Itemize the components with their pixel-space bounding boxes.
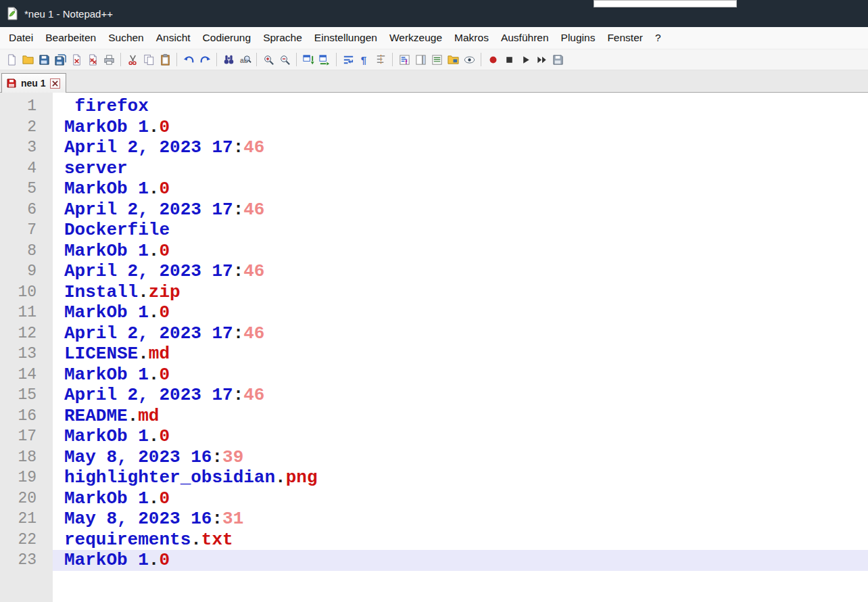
- sync-horizontal-icon[interactable]: [317, 52, 333, 68]
- document-list-icon[interactable]: [429, 52, 445, 68]
- menu-item-einstellungen[interactable]: Einstellungen: [308, 28, 383, 47]
- line-number[interactable]: 11: [0, 302, 53, 323]
- line-number[interactable]: 16: [0, 406, 53, 427]
- toolbar: ab¶f: [0, 49, 868, 70]
- menu-item-makros[interactable]: Makros: [448, 28, 495, 47]
- text-segment: .: [149, 241, 160, 261]
- line-number[interactable]: 12: [0, 323, 53, 344]
- line-text[interactable]: highlighter_obsidian.png: [53, 467, 868, 488]
- macro-save-icon[interactable]: [550, 52, 566, 68]
- line-number[interactable]: 6: [0, 200, 53, 221]
- zoom-out-icon[interactable]: [277, 52, 293, 68]
- line-number[interactable]: 10: [0, 282, 53, 303]
- redo-icon[interactable]: [197, 52, 213, 68]
- line-text[interactable]: April 2, 2023 17:46: [53, 385, 868, 406]
- line-number[interactable]: 5: [0, 179, 53, 200]
- line-number[interactable]: 21: [0, 509, 53, 530]
- text-segment: zip: [149, 282, 180, 302]
- macro-record-icon[interactable]: [485, 52, 501, 68]
- line-number[interactable]: 19: [0, 467, 53, 488]
- line-number[interactable]: 7: [0, 220, 53, 241]
- line-number[interactable]: 2: [0, 117, 53, 138]
- line-text[interactable]: MarkOb 1.0: [53, 241, 868, 262]
- menu-item-suchen[interactable]: Suchen: [102, 28, 150, 47]
- paste-icon[interactable]: [158, 52, 173, 68]
- text-segment: :: [233, 323, 244, 344]
- line-text[interactable]: MarkOb 1.0: [53, 426, 868, 447]
- editor[interactable]: 1 firefox2MarkOb 1.03April 2, 2023 17:46…: [0, 93, 868, 602]
- line-text[interactable]: May 8, 2023 16:31: [53, 509, 868, 530]
- show-all-characters-icon[interactable]: ¶: [357, 52, 372, 68]
- tab-close-icon[interactable]: [50, 78, 60, 89]
- line-text[interactable]: April 2, 2023 17:46: [53, 200, 868, 221]
- zoom-in-icon[interactable]: [261, 52, 276, 68]
- line-text[interactable]: MarkOb 1.0: [53, 179, 868, 200]
- line-number[interactable]: 15: [0, 385, 53, 406]
- menu-item-datei[interactable]: Datei: [3, 28, 39, 47]
- line-text[interactable]: April 2, 2023 17:46: [53, 261, 868, 282]
- line-number[interactable]: 23: [0, 550, 53, 571]
- close-all-icon[interactable]: [85, 52, 101, 68]
- menu-item-ausfuehren[interactable]: Ausführen: [495, 28, 555, 47]
- line-text[interactable]: firefox: [53, 96, 868, 117]
- menu-item-codierung[interactable]: Codierung: [197, 28, 258, 47]
- editor-line: 7Dockerfile: [0, 220, 868, 241]
- menu-item-ansicht[interactable]: Ansicht: [150, 28, 197, 47]
- line-number[interactable]: 9: [0, 261, 53, 282]
- line-text[interactable]: Install.zip: [53, 282, 868, 303]
- line-text[interactable]: MarkOb 1.0: [53, 550, 868, 571]
- line-text[interactable]: MarkOb 1.0: [53, 302, 868, 323]
- save-icon[interactable]: [37, 52, 52, 68]
- menu-item-sprache[interactable]: Sprache: [257, 28, 308, 47]
- menu-item-werkzeuge[interactable]: Werkzeuge: [383, 28, 448, 47]
- line-number[interactable]: 18: [0, 447, 53, 468]
- line-text[interactable]: README.md: [53, 406, 868, 427]
- copy-icon[interactable]: [141, 52, 157, 68]
- line-number[interactable]: 1: [0, 96, 53, 117]
- line-number[interactable]: 22: [0, 530, 53, 551]
- tab-neu-1[interactable]: neu 1: [1, 73, 66, 93]
- word-wrap-icon[interactable]: [341, 52, 356, 68]
- macro-play-icon[interactable]: [518, 52, 533, 68]
- line-text[interactable]: LICENSE.md: [53, 344, 868, 365]
- macro-stop-icon[interactable]: [502, 52, 517, 68]
- line-number[interactable]: 14: [0, 365, 53, 386]
- function-list-icon[interactable]: f: [397, 52, 412, 68]
- line-text[interactable]: April 2, 2023 17:46: [53, 137, 868, 158]
- line-text[interactable]: requirements.txt: [53, 530, 868, 551]
- line-number[interactable]: 17: [0, 426, 53, 447]
- text-segment: server: [64, 158, 128, 179]
- sync-vertical-icon[interactable]: [301, 52, 316, 68]
- line-number[interactable]: 20: [0, 488, 53, 509]
- menu-item-plugins[interactable]: Plugins: [555, 28, 602, 47]
- line-number[interactable]: 13: [0, 344, 53, 365]
- monitoring-icon[interactable]: [462, 52, 477, 68]
- new-file-icon[interactable]: [4, 52, 20, 68]
- line-number[interactable]: 8: [0, 241, 53, 262]
- line-text[interactable]: server: [53, 158, 868, 179]
- line-text[interactable]: April 2, 2023 17:46: [53, 323, 868, 344]
- line-number[interactable]: 4: [0, 158, 53, 179]
- line-text[interactable]: MarkOb 1.0: [53, 117, 868, 138]
- line-number[interactable]: 3: [0, 137, 53, 158]
- save-all-icon[interactable]: [53, 52, 68, 68]
- line-text[interactable]: MarkOb 1.0: [53, 365, 868, 386]
- find-icon[interactable]: [221, 52, 237, 68]
- text-segment: LICENSE: [64, 344, 138, 364]
- replace-icon[interactable]: ab: [237, 52, 253, 68]
- line-text[interactable]: MarkOb 1.0: [53, 488, 868, 509]
- cut-icon[interactable]: [125, 52, 141, 68]
- open-icon[interactable]: [20, 52, 36, 68]
- close-icon[interactable]: [69, 52, 85, 68]
- macro-run-multiple-icon[interactable]: [534, 52, 550, 68]
- line-text[interactable]: Dockerfile: [53, 220, 868, 241]
- indent-guide-icon[interactable]: [373, 52, 389, 68]
- menu-item-bearbeiten[interactable]: Bearbeiten: [39, 28, 102, 47]
- undo-icon[interactable]: [181, 52, 197, 68]
- document-map-icon[interactable]: [413, 52, 429, 68]
- menu-item-hilfe[interactable]: ?: [649, 28, 667, 47]
- line-text[interactable]: May 8, 2023 16:39: [53, 447, 868, 468]
- print-icon[interactable]: [101, 52, 117, 68]
- folder-as-workspace-icon[interactable]: [445, 52, 461, 68]
- menu-item-fenster[interactable]: Fenster: [601, 28, 649, 47]
